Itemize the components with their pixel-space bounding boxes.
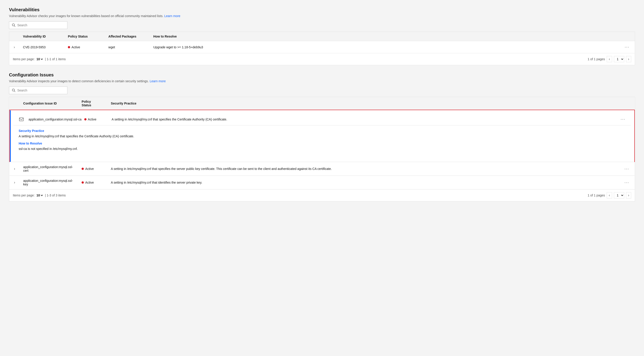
row-overflow-button[interactable]: ··· <box>623 166 631 172</box>
pages-label: 1 of 1 pages <box>588 57 605 61</box>
expanded-row-overflow-button[interactable]: ··· <box>619 116 627 122</box>
config-search-input[interactable] <box>17 88 64 92</box>
prev-page-button[interactable]: ‹ <box>607 56 612 62</box>
col-header-expand <box>9 32 19 41</box>
search-icon <box>12 23 16 27</box>
vulnerabilities-table: Vulnerability ID Policy Status Affected … <box>9 32 635 53</box>
col-header-security-practice: Security Practice <box>107 97 619 110</box>
row-expand-button[interactable]: › <box>13 180 16 185</box>
how-to-resolve-cell: Upgrade wget to >= 1.18-5+deb9u3 <box>150 41 619 53</box>
items-per-page: Items per page: 10 25 50 <box>13 57 44 61</box>
config-table-container: Configuration Issue ID PolicyStatus Secu… <box>9 97 635 201</box>
footer-left: Items per page: 10 25 50 | 1-3 of 3 item… <box>13 193 66 197</box>
status-dot-active <box>68 46 70 48</box>
pages-label: 1 of 1 pages <box>588 194 605 197</box>
col-header-how-to-resolve: How to Resolve <box>150 32 619 41</box>
col-header-overflow <box>619 97 634 110</box>
status-label: Active <box>88 118 96 121</box>
policy-status-cell: Active <box>78 162 107 176</box>
col-header-vuln-id: Vulnerability ID <box>19 32 64 41</box>
svg-line-3 <box>14 91 15 92</box>
status-dot-active <box>84 118 86 120</box>
vulnerabilities-search-input[interactable] <box>17 23 64 27</box>
vulnerabilities-table-header: Vulnerability ID Policy Status Affected … <box>9 32 635 41</box>
col-header-policy-status: Policy Status <box>64 32 105 41</box>
vulnerabilities-learn-more-link[interactable]: Learn more <box>164 14 180 18</box>
security-practice-cell: A setting in /etc/mysql/my.cnf that iden… <box>107 176 619 190</box>
config-id-cell: application_configuration:mysql.ssl-key <box>20 176 78 190</box>
status-label: Active <box>85 167 94 170</box>
vulnerabilities-description: Vulnerability Advisor checks your images… <box>9 14 635 18</box>
col-header-policy-status: PolicyStatus <box>78 97 107 110</box>
next-page-button[interactable]: › <box>626 56 631 62</box>
vulnerabilities-table-container: Vulnerability ID Policy Status Affected … <box>9 32 635 65</box>
expanded-row-header: application_configuration:mysql.ssl-ca A… <box>13 113 631 126</box>
config-issues-learn-more-link[interactable]: Learn more <box>150 79 166 83</box>
vulnerabilities-section: Vulnerabilities Vulnerability Advisor ch… <box>9 7 635 65</box>
svg-rect-4 <box>19 118 23 121</box>
status-badge: Active <box>82 181 104 184</box>
security-practice-detail-text: A setting in /etc/mysql/my.cnf that spec… <box>19 134 625 138</box>
expanded-row-content: application_configuration:mysql.ssl-ca A… <box>13 113 631 159</box>
status-label: Active <box>85 181 94 184</box>
status-badge: Active <box>82 167 104 170</box>
configuration-issues-section: Configuration Issues Vulnerability Advis… <box>9 72 635 201</box>
row-overflow-button[interactable]: ··· <box>623 44 631 50</box>
policy-status-cell: Active <box>78 176 107 190</box>
row-expand-button[interactable]: › <box>13 166 16 171</box>
envelope-icon <box>19 118 24 121</box>
config-issues-title: Configuration Issues <box>9 72 635 78</box>
table-row: › CVE-2019-5953 Active wget Upgrade wget… <box>9 41 635 53</box>
config-issues-description: Vulnerability Advisor inspects your imag… <box>9 79 635 83</box>
config-table: Configuration Issue ID PolicyStatus Secu… <box>9 97 635 189</box>
items-per-page-select[interactable]: 10 25 50 <box>36 193 44 197</box>
svg-line-1 <box>14 26 15 27</box>
page-select[interactable]: 1 <box>614 192 624 198</box>
policy-status-cell: Active <box>64 41 105 53</box>
items-per-page: Items per page: 10 25 50 <box>13 193 44 197</box>
expanded-config-id: application_configuration:mysql.ssl-ca <box>28 118 82 121</box>
page-select[interactable]: 1 <box>614 56 624 62</box>
col-header-config-id: Configuration Issue ID <box>20 97 78 110</box>
items-per-page-label: Items per page: <box>13 194 34 197</box>
status-label: Active <box>72 46 80 49</box>
config-table-header: Configuration Issue ID PolicyStatus Secu… <box>10 97 634 110</box>
items-range-label: | 1-1 of 1 items <box>45 57 66 61</box>
how-to-resolve-section-title: How to Resolve <box>19 142 625 145</box>
expanded-left-bar <box>10 110 11 162</box>
items-range-label: | 1-3 of 3 items <box>45 194 66 197</box>
vuln-id-cell: CVE-2019-5953 <box>19 41 64 53</box>
vulnerabilities-table-footer: Items per page: 10 25 50 | 1-1 of 1 item… <box>9 53 635 65</box>
search-icon <box>12 88 16 92</box>
expanded-security-practice-text: A setting in /etc/mysql/my.cnf that spec… <box>112 118 616 121</box>
table-row: › application_configuration:mysql.ssl-ke… <box>10 176 634 190</box>
row-overflow-button[interactable]: ··· <box>623 180 631 186</box>
config-search-bar <box>9 86 68 94</box>
next-page-button[interactable]: › <box>626 192 631 198</box>
affected-packages-cell: wget <box>105 41 150 53</box>
config-table-footer: Items per page: 10 25 50 | 1-3 of 3 item… <box>9 189 635 201</box>
status-dot-active <box>82 168 84 170</box>
expanded-detail: Security Practice A setting in /etc/mysq… <box>13 126 631 159</box>
expanded-status-badge: Active <box>84 118 109 121</box>
security-practice-section-title: Security Practice <box>19 129 625 132</box>
row-expand-button[interactable]: › <box>13 45 16 50</box>
table-row: application_configuration:mysql.ssl-ca A… <box>10 110 634 162</box>
items-per-page-label: Items per page: <box>13 57 34 61</box>
footer-left: Items per page: 10 25 50 | 1-1 of 1 item… <box>13 57 66 61</box>
vulnerabilities-title: Vulnerabilities <box>9 7 635 12</box>
config-id-cell: application_configuration:mysql.ssl-cert <box>20 162 78 176</box>
security-practice-cell: A setting in /etc/mysql/my.cnf that spec… <box>107 162 619 176</box>
how-to-resolve-detail-text: ssl-ca is not specified in /etc/mysql/my… <box>19 147 625 150</box>
prev-page-button[interactable]: ‹ <box>607 192 612 198</box>
table-row: › application_configuration:mysql.ssl-ce… <box>10 162 634 176</box>
footer-right: 1 of 1 pages ‹ 1 › <box>588 56 631 62</box>
items-per-page-select[interactable]: 10 25 50 <box>36 57 44 61</box>
col-header-overflow <box>619 32 635 41</box>
status-dot-active <box>82 181 84 184</box>
footer-right: 1 of 1 pages ‹ 1 › <box>588 192 631 198</box>
status-badge: Active <box>68 46 101 49</box>
vulnerabilities-search-bar <box>9 21 68 29</box>
col-header-expand <box>10 97 20 110</box>
col-header-affected-packages: Affected Packages <box>105 32 150 41</box>
